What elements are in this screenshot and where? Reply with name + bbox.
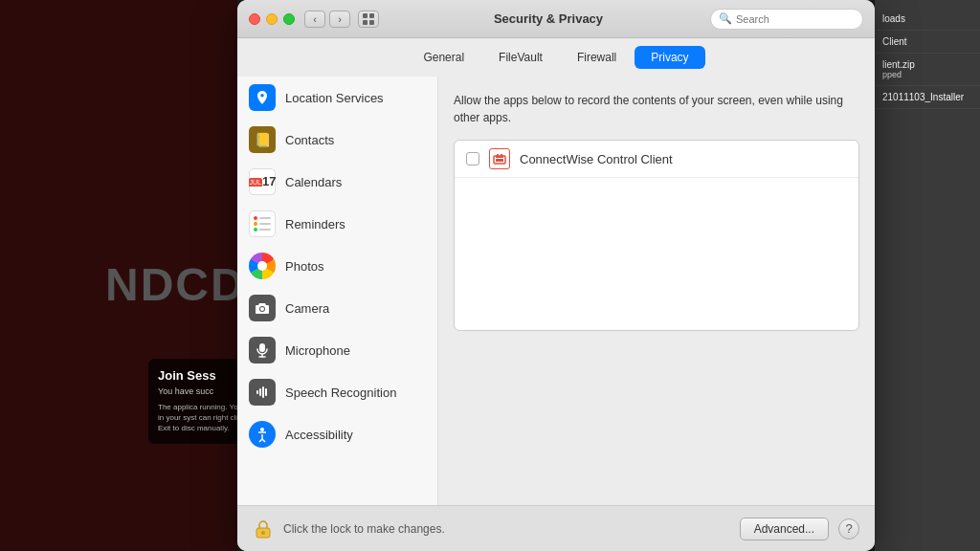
sidebar-item-contacts[interactable]: 📒 Contacts (237, 119, 437, 161)
sidebar-right-item-detail: pped (882, 70, 972, 79)
sidebar-right-item: 21011103_Installer (875, 86, 980, 109)
svg-rect-20 (496, 158, 503, 159)
photos-icon (249, 253, 276, 279)
tab-filevault[interactable]: FileVault (482, 46, 559, 69)
search-icon: 🔍 (719, 12, 732, 25)
search-box[interactable]: 🔍 (710, 9, 863, 30)
grid-button[interactable] (358, 11, 379, 28)
maximize-button[interactable] (283, 13, 295, 25)
join-session-body: The applica running. You in your syst ca… (158, 402, 244, 434)
svg-point-22 (261, 531, 265, 535)
tab-general[interactable]: General (407, 46, 480, 69)
title-bar: ‹ › Security & Privacy 🔍 (237, 0, 875, 38)
sidebar-item-label: Microphone (285, 343, 350, 358)
sidebar-right-item: lient.zip pped (875, 54, 980, 86)
join-session-sub: You have succ (158, 386, 244, 396)
svg-rect-4 (259, 343, 265, 352)
app-list-item: ConnectWise Control Client (455, 141, 858, 178)
sidebar-item-label: Camera (285, 301, 329, 316)
reminders-icon (249, 210, 276, 237)
app-checkbox[interactable] (466, 152, 479, 165)
sidebar-item-label: Contacts (285, 133, 334, 147)
svg-rect-3 (369, 20, 374, 25)
sidebar-right-item: Client (875, 31, 980, 54)
back-button[interactable]: ‹ (304, 11, 325, 28)
sidebar-item-label: Accessibility (285, 428, 353, 442)
sidebar-item-label: Location Services (285, 91, 384, 105)
main-window: ‹ › Security & Privacy 🔍 General FileVau… (237, 0, 875, 551)
speech-recognition-icon (249, 379, 276, 406)
sidebar-item-photos[interactable]: Photos (237, 245, 437, 287)
join-session-title: Join Sess (158, 368, 244, 383)
sidebar-item-calendars[interactable]: JUL 17 Calendars (237, 161, 437, 203)
privacy-detail: Allow the apps below to record the conte… (438, 77, 875, 505)
advanced-button[interactable]: Advanced... (740, 518, 829, 540)
lock-text: Click the lock to make changes. (283, 522, 730, 536)
tab-bar: General FileVault Firewall Privacy (237, 38, 875, 77)
location-services-icon (249, 84, 276, 111)
svg-rect-8 (259, 388, 261, 396)
bottom-bar: Click the lock to make changes. Advanced… (237, 505, 875, 551)
calendars-icon: JUL 17 (249, 168, 276, 195)
sidebar-right-item-title: Client (882, 36, 972, 47)
sidebar-right-item: loads (875, 8, 980, 31)
accessibility-icon (249, 421, 276, 448)
sidebar-right-item-title: lient.zip (882, 59, 972, 70)
sidebar-item-label: Photos (285, 259, 323, 274)
sidebar-item-label: Calendars (285, 175, 342, 189)
svg-rect-10 (265, 388, 267, 396)
minimize-button[interactable] (266, 13, 278, 25)
svg-rect-18 (497, 154, 499, 157)
sidebar-item-label: Reminders (285, 217, 345, 231)
search-input[interactable] (736, 13, 855, 25)
traffic-lights (249, 13, 295, 25)
svg-rect-9 (262, 386, 264, 398)
sidebar-item-speech[interactable]: Speech Recognition (237, 371, 437, 413)
camera-icon (249, 295, 276, 321)
svg-point-11 (260, 428, 264, 431)
sidebar-item-reminders[interactable]: Reminders (237, 203, 437, 245)
sidebar-item-camera[interactable]: Camera (237, 287, 437, 329)
sidebar-right-item-title: 21011103_Installer (882, 92, 972, 102)
contacts-icon: 📒 (249, 126, 276, 153)
sidebar-item-accessibility[interactable]: Accessibility (237, 413, 437, 455)
main-content: Location Services 📒 Contacts JUL 17 Cale… (237, 77, 875, 505)
svg-rect-19 (501, 154, 502, 157)
help-button[interactable]: ? (838, 518, 859, 540)
svg-rect-2 (363, 20, 368, 25)
privacy-list: Location Services 📒 Contacts JUL 17 Cale… (237, 77, 438, 505)
right-sidebar: loads Client lient.zip pped 21011103_Ins… (875, 0, 980, 551)
app-name: ConnectWise Control Client (520, 152, 673, 166)
sidebar-item-label: Speech Recognition (285, 386, 396, 400)
svg-rect-7 (256, 390, 258, 394)
svg-rect-0 (363, 13, 368, 18)
detail-description: Allow the apps below to record the conte… (454, 92, 859, 126)
app-icon (489, 148, 510, 169)
svg-line-14 (262, 439, 265, 442)
sidebar-right-item-title: loads (882, 13, 972, 24)
app-list-box: ConnectWise Control Client (454, 140, 859, 331)
forward-button[interactable]: › (329, 11, 350, 28)
sidebar-item-location[interactable]: Location Services (237, 77, 437, 119)
tab-privacy[interactable]: Privacy (635, 46, 704, 69)
background-left: NDCD Join Sess You have succ The applica… (0, 0, 237, 551)
ndcd-text: NDCD (105, 258, 246, 311)
window-title: Security & Privacy (387, 11, 710, 26)
content-area: Location Services 📒 Contacts JUL 17 Cale… (237, 77, 875, 551)
lock-icon[interactable] (253, 518, 274, 540)
svg-rect-1 (369, 13, 374, 18)
nav-buttons: ‹ › (304, 11, 350, 28)
tab-firewall[interactable]: Firewall (561, 46, 633, 69)
microphone-icon (249, 337, 276, 364)
sidebar-item-microphone[interactable]: Microphone (237, 329, 437, 371)
close-button[interactable] (249, 13, 260, 25)
